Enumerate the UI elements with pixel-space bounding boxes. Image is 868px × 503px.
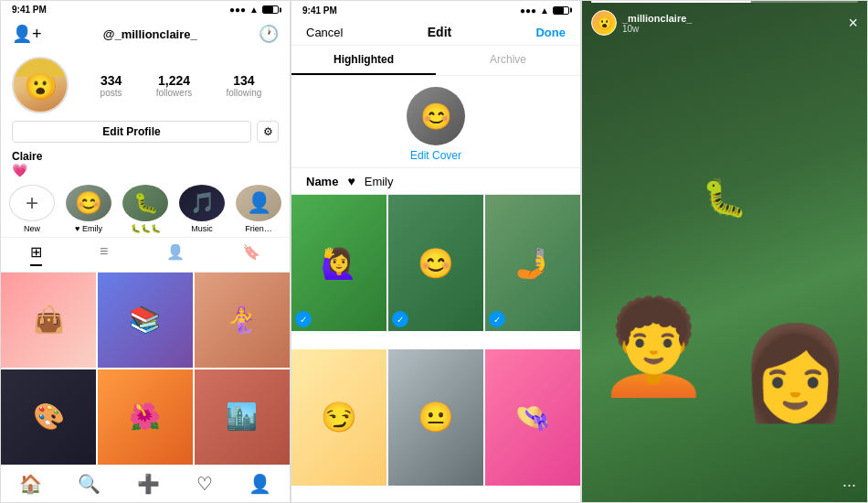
edit-profile-button[interactable]: Edit Profile <box>12 121 251 143</box>
grid-cell-2[interactable]: 📚 <box>98 273 193 368</box>
music-circle: 🎵 <box>179 185 225 221</box>
nav-search-icon[interactable]: 🔍 <box>78 473 101 495</box>
photo-4: 🎨 <box>1 369 96 465</box>
nav-profile-icon[interactable]: 👤 <box>249 473 271 495</box>
edit-cover-link[interactable]: Edit Cover <box>410 149 461 162</box>
tab-grid[interactable]: ⊞ <box>30 243 42 266</box>
avatar-face: 😮 <box>14 59 67 112</box>
nav-bar-profile: 👤+ @_millionclaire_ 🕐 <box>1 18 290 49</box>
nav-home-icon[interactable]: 🏠 <box>19 473 42 495</box>
cover-emoji: 😊 <box>420 102 452 132</box>
tab-archive[interactable]: Archive <box>436 46 580 75</box>
stats-row: 334 posts 1,224 followers 134 following <box>83 73 279 98</box>
stat-posts[interactable]: 334 posts <box>101 73 122 98</box>
cancel-button[interactable]: Cancel <box>306 26 343 39</box>
photo-1: 👜 <box>1 273 96 368</box>
grid-cell-1[interactable]: 👜 <box>1 273 96 368</box>
story-bg-4: 😏 <box>291 349 386 486</box>
story-username: _millionclaire_ <box>622 13 692 24</box>
tab-saved[interactable]: 🔖 <box>242 243 260 266</box>
story-overlay: 😮 _millionclaire_ 10w × ··· <box>582 1 867 502</box>
grid-cell-3[interactable]: 🧜‍♀️ <box>195 273 290 368</box>
history-icon[interactable]: 🕐 <box>259 24 279 44</box>
name-label: Name <box>306 175 338 188</box>
edit-title: Edit <box>428 25 451 39</box>
status-bar-2: 9:41 PM ●●● ▲ <box>291 1 580 19</box>
story-check-1: ✓ <box>295 311 312 327</box>
status-icons-2: ●●● ▲ <box>520 5 569 16</box>
signal-icon: ●●● <box>229 5 246 15</box>
close-icon[interactable]: × <box>848 14 858 33</box>
person-add-icon[interactable]: 👤+ <box>12 24 42 44</box>
cover-circle[interactable]: 😊 <box>407 87 465 145</box>
bottom-nav: 🏠 🔍 ➕ ♡ 👤 <box>1 465 290 502</box>
caterpillar-avatar: 🐛 <box>133 191 158 215</box>
new-highlight-circle: + <box>9 185 55 221</box>
nav-heart-icon[interactable]: ♡ <box>196 473 213 495</box>
battery-icon-2 <box>553 6 569 15</box>
story-cell-5[interactable]: 😐 <box>388 349 483 486</box>
story-cell-4[interactable]: 😏 <box>291 349 386 486</box>
music-label: Music <box>191 224 213 233</box>
edit-profile-row: Edit Profile ⚙ <box>1 119 290 148</box>
story-cell-3[interactable]: 🤳 ✓ <box>485 195 580 331</box>
emily-avatar: 😊 <box>75 190 102 216</box>
story-time: 10w <box>622 24 692 34</box>
posts-label: posts <box>101 88 122 98</box>
nav-add-icon[interactable]: ➕ <box>137 473 160 495</box>
highlight-new[interactable]: + New <box>8 185 56 233</box>
signal-icon-2: ●●● <box>520 5 536 16</box>
wifi-icon: ▲ <box>249 5 259 15</box>
heart-name-icon: ♥ <box>347 174 355 188</box>
story-view: 🧑‍🦱 👩 🐛 😮 _millionclaire_ 10w <box>582 1 867 502</box>
profile-bio-emoji: 💗 <box>1 163 290 181</box>
story-avatar-emoji: 😮 <box>597 16 612 30</box>
caterpillar-circle: 🐛 <box>122 185 168 221</box>
story-cell-6[interactable]: 👒 <box>485 349 580 486</box>
posts-count: 334 <box>101 73 122 88</box>
story-user-info: _millionclaire_ 10w <box>622 13 692 34</box>
stat-following[interactable]: 134 following <box>226 73 261 98</box>
highlight-caterpillar[interactable]: 🐛 🐛🐛🐛 <box>122 185 169 233</box>
highlight-music[interactable]: 🎵 Music <box>178 185 226 233</box>
grid-cell-6[interactable]: 🏙️ <box>195 369 290 465</box>
tab-tagged[interactable]: 👤 <box>166 243 185 266</box>
followers-label: followers <box>156 88 192 98</box>
story-header: 😮 _millionclaire_ 10w × <box>582 3 867 39</box>
friends-label: Frien… <box>245 224 272 233</box>
settings-icon[interactable]: ⚙ <box>257 121 279 143</box>
stat-followers[interactable]: 1,224 followers <box>156 73 192 98</box>
avatar[interactable]: 😮 <box>12 57 69 113</box>
story-bg-6: 👒 <box>485 349 580 486</box>
avatar-emoji: 😮 <box>26 72 55 101</box>
highlight-emily[interactable]: 😊 ♥ Emily <box>65 185 112 233</box>
phone-story: 🧑‍🦱 👩 🐛 😮 _millionclaire_ 10w <box>581 0 868 503</box>
status-time-1: 9:41 PM <box>12 5 47 15</box>
friends-circle: 👤 <box>236 185 281 221</box>
name-value[interactable]: Emily <box>365 175 566 188</box>
caterpillar-label: 🐛🐛🐛 <box>131 224 161 233</box>
story-bg-5: 😐 <box>388 349 483 486</box>
grid-cell-4[interactable]: 🎨 <box>1 369 96 465</box>
following-label: following <box>226 88 261 98</box>
status-icons-1: ●●● ▲ <box>229 5 279 15</box>
story-cell-1[interactable]: 🙋‍♀️ ✓ <box>291 195 386 331</box>
story-cell-2[interactable]: 😊 ✓ <box>388 195 483 331</box>
more-options-icon[interactable]: ··· <box>842 476 856 495</box>
tab-highlighted[interactable]: Highlighted <box>291 46 436 75</box>
photo-5: 🌺 <box>98 369 193 465</box>
tab-list[interactable]: ≡ <box>100 243 108 266</box>
nav-username: @_millionclaire_ <box>103 27 197 41</box>
phone-profile: 9:41 PM ●●● ▲ 👤+ @_millionclaire_ 🕐 😮 33… <box>0 0 291 503</box>
profile-name: Claire <box>1 148 290 163</box>
grid-cell-5[interactable]: 🌺 <box>98 369 193 465</box>
wifi-icon-2: ▲ <box>540 5 549 16</box>
highlight-friends[interactable]: 👤 Frien… <box>235 185 282 233</box>
followers-count: 1,224 <box>158 73 190 88</box>
photo-2: 📚 <box>98 273 193 368</box>
done-button[interactable]: Done <box>535 26 566 39</box>
phone-edit: 9:41 PM ●●● ▲ Cancel Edit Done Highlight… <box>291 0 581 503</box>
story-check-3: ✓ <box>489 311 505 327</box>
photo-3: 🧜‍♀️ <box>195 273 290 368</box>
profile-section: 😮 334 posts 1,224 followers 134 followin… <box>1 49 290 119</box>
